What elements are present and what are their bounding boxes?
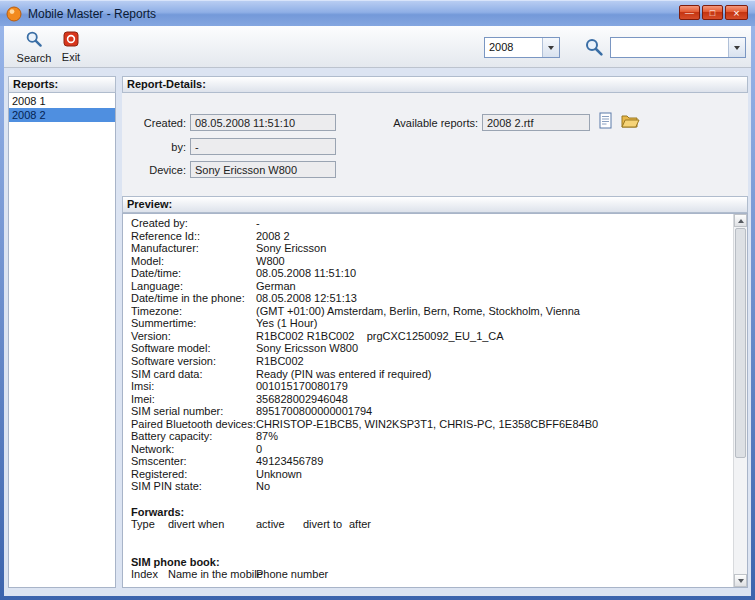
preview-line: SIM PIN state:No [131, 480, 731, 493]
preview-line: Reference Id::2008 2 [131, 230, 731, 243]
preview-header: Preview: [122, 196, 748, 213]
chevron-down-icon[interactable] [728, 38, 745, 57]
preview-line: Typedivert whenactivedivert toafter [131, 518, 731, 531]
exit-icon [63, 31, 79, 50]
created-label: Created: [122, 117, 186, 129]
preview-scrollbar[interactable] [733, 214, 747, 587]
preview-line: Paired Bluetooth devices:CHRISTOP-E1BCB5… [131, 418, 731, 431]
preview-field-value: 2008 2 [256, 230, 290, 242]
reports-list[interactable]: 2008 12008 2 [8, 93, 116, 588]
preview-field-label: SIM PIN state: [131, 480, 256, 493]
preview-line [131, 531, 731, 544]
preview-field-value: R1BC002 R1BC002 prgCXC1250092_EU_1_CA [256, 330, 504, 342]
by-label: by: [122, 141, 186, 153]
preview-field-label: Timezone: [131, 305, 256, 318]
preview-line: Smscenter:49123456789 [131, 455, 731, 468]
preview-line: Language:German [131, 280, 731, 293]
folder-open-icon [621, 117, 640, 132]
preview-line: Summertime:Yes (1 Hour) [131, 317, 731, 330]
preview-line: Registered:Unknown [131, 468, 731, 481]
reports-panel-header: Reports: [8, 76, 116, 93]
scroll-up-button[interactable] [734, 214, 747, 227]
preview-line: Manufacturer:Sony Ericsson [131, 242, 731, 255]
preview-line: SIM phone book: [131, 556, 731, 569]
preview-field-label: Smscenter: [131, 455, 256, 468]
preview-line: Network:0 [131, 443, 731, 456]
preview-field-value: 08.05.2008 12:51:13 [256, 292, 357, 304]
arrow-up-icon [738, 219, 744, 223]
preview-field-value: Yes (1 Hour) [256, 317, 317, 329]
app-window: Mobile Master - Reports — □ × Search [0, 0, 755, 600]
search-button-label: Search [17, 52, 52, 64]
preview-field-value: Ready (PIN was entered if required) [256, 368, 431, 380]
preview-body: Created by:-Reference Id::2008 2Manufact… [122, 213, 748, 588]
search-button[interactable]: Search [14, 28, 54, 66]
preview-field-value: CHRISTOP-E1BCB5, WIN2KSP3T1, CHRIS-PC, 1… [256, 418, 598, 430]
client-area: Reports: 2008 12008 2 Report-Details: Cr… [4, 68, 751, 596]
minimize-button[interactable]: — [679, 5, 700, 20]
title-bar: Mobile Master - Reports — □ × [0, 0, 755, 26]
preview-field-value: R1BC002 [256, 355, 304, 367]
preview-line: SIM card data:Ready (PIN was entered if … [131, 368, 731, 381]
list-item[interactable]: 2008 1 [9, 94, 115, 108]
preview-table-cell: Type [131, 518, 168, 531]
exit-button[interactable]: Exit [56, 28, 86, 66]
exit-button-label: Exit [62, 51, 80, 63]
created-field[interactable] [190, 114, 336, 131]
preview-table-cell: divert to [303, 518, 349, 531]
maximize-button[interactable]: □ [702, 5, 723, 20]
arrow-down-icon [738, 579, 744, 583]
preview-line [131, 543, 731, 556]
device-label: Device: [122, 164, 186, 176]
preview-field-value: W800 [256, 255, 285, 267]
preview-field-value: (GMT +01:00) Amsterdam, Berlin, Bern, Ro… [256, 305, 580, 317]
preview-field-label: Network: [131, 443, 256, 456]
preview-field-label: Model: [131, 255, 256, 268]
device-field[interactable] [190, 161, 336, 178]
preview-table-cell: divert when [168, 518, 256, 531]
filter-combobox-value [611, 38, 728, 57]
preview-field-label: SIM card data: [131, 368, 256, 381]
preview-field-label: Summertime: [131, 317, 256, 330]
report-details-header: Report-Details: [122, 76, 748, 93]
preview-section-heading: SIM phone book: [131, 556, 220, 568]
preview-field-label: Software version: [131, 355, 256, 368]
filter-combobox[interactable] [610, 37, 746, 58]
preview-line: Imsi:001015170080179 [131, 380, 731, 393]
preview-field-label: Date/time: [131, 267, 256, 280]
preview-field-label: Language: [131, 280, 256, 293]
preview-field-label: Paired Bluetooth devices: [131, 418, 256, 431]
preview-field-label: Date/time in the phone: [131, 292, 256, 305]
open-folder-button[interactable] [619, 112, 641, 132]
preview-field-value: 08.05.2008 11:51:10 [256, 267, 356, 279]
preview-field-value: Sony Ericsson W800 [256, 342, 358, 354]
preview-field-value: German [256, 280, 296, 292]
preview-table-cell: Phone number [256, 568, 303, 581]
preview-field-value: Sony Ericsson [256, 242, 326, 254]
filter-search-icon[interactable] [584, 37, 604, 57]
preview-line: Imei:356828002946048 [131, 393, 731, 406]
preview-line: Timezone:(GMT +01:00) Amsterdam, Berlin,… [131, 305, 731, 318]
view-report-button[interactable] [594, 112, 616, 132]
preview-line: Date/time:08.05.2008 11:51:10 [131, 267, 731, 280]
preview-line: Model:W800 [131, 255, 731, 268]
list-item[interactable]: 2008 2 [9, 108, 115, 122]
preview-field-value: No [256, 480, 270, 492]
chevron-down-icon[interactable] [542, 38, 559, 57]
preview-line: Forwards: [131, 506, 731, 519]
year-combobox[interactable]: 2008 [484, 37, 560, 58]
preview-field-value: 0 [256, 443, 262, 455]
preview-line: Created by:- [131, 217, 731, 230]
scroll-down-button[interactable] [734, 574, 747, 587]
scrollbar-thumb[interactable] [735, 228, 746, 458]
preview-table-cell: Index [131, 568, 168, 581]
preview-line: Battery capacity:87% [131, 430, 731, 443]
by-field[interactable] [190, 138, 336, 155]
preview-lines: Created by:-Reference Id::2008 2Manufact… [123, 217, 731, 581]
preview-line [131, 493, 731, 506]
preview-line: SIM serial number:8951700800000001794 [131, 405, 731, 418]
preview-line: Software model:Sony Ericsson W800 [131, 342, 731, 355]
window-controls: — □ × [677, 5, 748, 20]
available-reports-field[interactable] [482, 114, 590, 131]
close-button[interactable]: × [725, 5, 748, 20]
